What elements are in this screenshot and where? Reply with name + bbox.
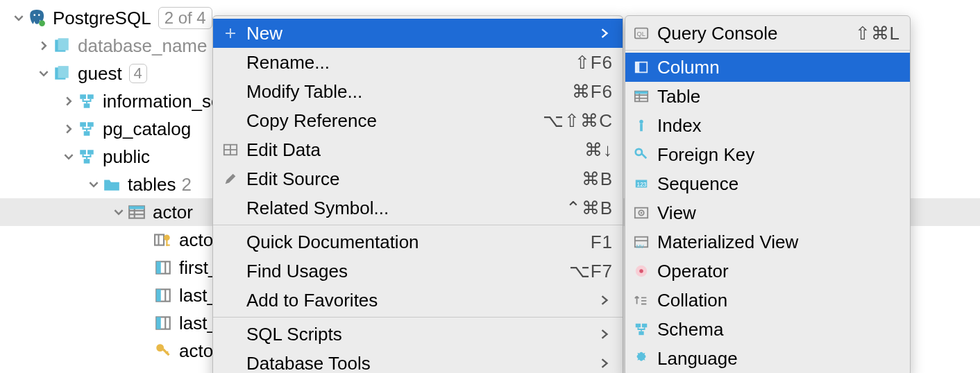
menu-label: Column [657,57,900,78]
menu-item-related-symbol[interactable]: Related Symbol... ⌃⌘B [213,193,623,223]
menu-label: Language [657,348,900,370]
menu-label: Collation [657,290,900,311]
menu-separator [213,317,623,318]
query-console-icon: QL [631,26,652,41]
svg-text:123: 123 [637,182,647,188]
table-icon [631,89,652,104]
svg-text:QL: QL [637,31,645,37]
menu-item-copy-reference[interactable]: Copy Reference ⌥⇧⌘C [213,106,623,135]
menu-label: Materialized View [657,232,900,253]
menu-item-find-usages[interactable]: Find Usages ⌥F7 [213,257,623,286]
submenu-item-schema[interactable]: Schema [625,315,910,344]
menu-label: Modify Table... [246,81,572,103]
index-icon [631,118,652,133]
schema-icon [631,322,652,337]
submenu-item-index[interactable]: Index [625,111,910,140]
svg-rect-30 [156,289,161,301]
submenu-arrow-icon [600,329,613,339]
menu-label: Index [657,115,900,137]
submenu-item-query-console[interactable]: QL Query Console ⇧⌘L [625,19,910,48]
column-icon [631,60,652,75]
svg-rect-65 [642,324,647,328]
tree-label: PostgreSQL [53,8,151,29]
menu-label: Edit Data [246,139,584,161]
new-submenu: QL Query Console ⇧⌘L Column Table Index … [625,15,911,373]
svg-rect-8 [87,94,94,99]
chevron-down-icon [62,150,75,163]
submenu-item-operator[interactable]: Operator [625,257,910,286]
submenu-item-table[interactable]: Table [625,82,910,111]
menu-label: Foreign Key [657,144,900,166]
menu-shortcut: ⇧F6 [575,52,613,73]
view-icon [631,205,652,220]
tree-label: database_name [78,35,207,57]
menu-item-sql-scripts[interactable]: SQL Scripts [213,320,623,349]
context-menu: New Rename... ⇧F6 Modify Table... ⌘F6 Co… [212,15,623,373]
schema-icon [78,148,96,166]
submenu-item-sequence[interactable]: 123 Sequence [625,169,910,198]
svg-point-1 [38,14,40,16]
menu-label: Edit Source [246,168,582,190]
menu-item-quick-documentation[interactable]: Quick Documentation F1 [213,227,623,257]
svg-rect-11 [87,122,94,127]
tree-label: pg_catalog [103,119,191,140]
svg-point-50 [639,120,643,124]
menu-label: Schema [657,319,900,340]
svg-rect-4 [58,38,69,50]
svg-rect-25 [166,245,169,246]
svg-rect-13 [80,150,86,155]
plus-icon [220,26,241,40]
pencil-icon [220,171,241,186]
menu-label: New [246,23,600,44]
menu-item-database-tools[interactable]: Database Tools [213,349,623,373]
table-icon [128,203,146,221]
language-icon [631,351,652,366]
svg-text:MV: MV [636,243,644,250]
postgresql-elephant-icon [28,9,46,27]
menu-shortcut: ⌘B [582,168,613,190]
operator-icon [631,263,652,279]
menu-label: SQL Scripts [246,324,600,345]
tree-label: tables [128,174,176,196]
submenu-item-foreign-key[interactable]: Foreign Key [625,140,910,169]
menu-label: Related Symbol... [246,198,566,219]
collation-icon [631,293,652,308]
chevron-down-icon [12,12,25,24]
tree-label: actor [153,202,193,223]
count-text: 2 [181,174,191,196]
svg-point-2 [39,20,45,26]
svg-point-58 [641,212,643,214]
schema-icon [78,92,96,110]
svg-point-23 [164,234,170,241]
menu-label: Add to Favorites [246,290,600,311]
menu-item-modify-table[interactable]: Modify Table... ⌘F6 [213,77,623,106]
chevron-right-icon [62,95,75,107]
menu-shortcut: ⌘F6 [572,81,613,103]
svg-point-0 [33,14,35,16]
svg-rect-12 [84,131,90,136]
menu-label: Query Console [657,23,855,44]
svg-rect-20 [129,206,144,209]
menu-shortcut: F1 [591,232,613,253]
submenu-item-language[interactable]: Language [625,344,910,373]
column-key-icon [154,231,172,249]
menu-item-add-to-favorites[interactable]: Add to Favorites [213,286,623,315]
submenu-item-materialized-view[interactable]: MV Materialized View [625,227,910,257]
database-icon [53,37,71,55]
svg-rect-64 [636,324,641,328]
submenu-item-collation[interactable]: Collation [625,286,910,315]
menu-item-edit-data[interactable]: Edit Data ⌘↓ [213,135,623,164]
svg-rect-33 [156,317,161,329]
menu-item-edit-source[interactable]: Edit Source ⌘B [213,164,623,193]
table-icon [220,142,241,157]
menu-item-rename[interactable]: Rename... ⇧F6 [213,48,623,77]
materialized-view-icon: MV [631,234,652,250]
menu-item-new[interactable]: New [213,19,623,48]
folder-icon [103,175,121,193]
svg-rect-44 [636,62,640,73]
submenu-item-view[interactable]: View [625,198,910,227]
submenu-item-column[interactable]: Column [625,53,910,82]
svg-point-63 [639,269,643,273]
menu-label: Sequence [657,173,900,195]
menu-label: Operator [657,261,900,282]
